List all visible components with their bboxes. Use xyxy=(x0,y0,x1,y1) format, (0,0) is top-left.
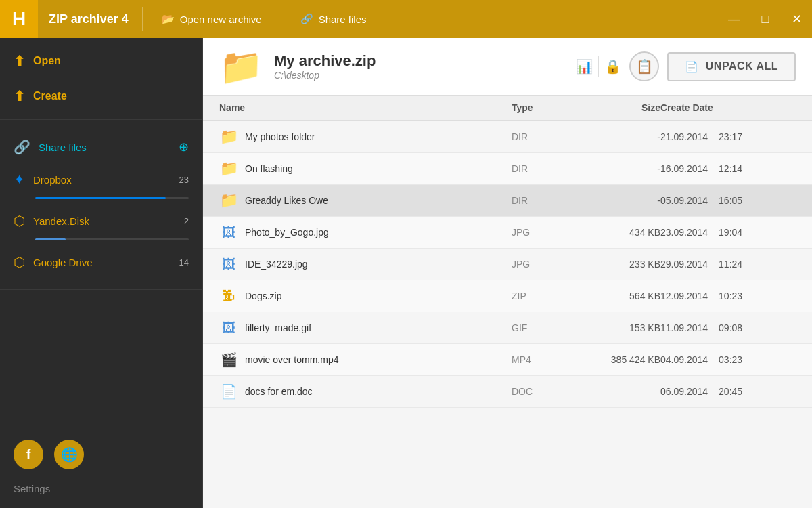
file-name-cell: 🎬 movie over tomm.mp4 xyxy=(219,351,512,368)
share-files-label: Share files xyxy=(319,14,367,25)
file-date-value: 23.09.2014 xyxy=(660,227,708,238)
table-row[interactable]: 🖼 IDE_34229.jpg JPG 233 KB 29.09.2014 11… xyxy=(203,249,812,280)
file-date: 29.09.2014 11:24 xyxy=(660,259,796,270)
title-divider xyxy=(142,7,143,31)
file-name-cell: 🖼 fillerty_made.gif xyxy=(219,319,512,337)
file-date-value: 29.09.2014 xyxy=(660,259,708,270)
unpack-all-button[interactable]: 📄 UNPACK ALL xyxy=(667,52,796,81)
app-name: ZIP archiver 4 xyxy=(38,12,139,26)
sidebar-item-open[interactable]: ⬆ Open xyxy=(0,43,202,79)
file-name-cell: 📁 My photos folder xyxy=(219,128,512,146)
file-name-cell: 🖼 Photo_by_Gogo.jpg xyxy=(219,224,512,241)
table-row[interactable]: 🗜 Dogs.zip ZIP 564 KB 12.09.2014 10:23 xyxy=(203,280,812,312)
file-date-value: 11.09.2014 xyxy=(660,322,708,333)
website-button[interactable]: 🌐 xyxy=(54,440,84,469)
file-time-value: 23:17 xyxy=(719,131,742,142)
content-area: 📁 My archive.zip C:\desktop 📊 🔒 📋 📄 UNPA… xyxy=(203,38,812,508)
google-drive-icon: ⬡ xyxy=(14,254,25,270)
archive-name: My archive.zip xyxy=(274,52,565,70)
copy-button[interactable]: 📋 xyxy=(629,51,659,81)
file-type: DIR xyxy=(512,131,579,142)
table-row[interactable]: 🖼 Photo_by_Gogo.jpg JPG 434 KB 23.09.201… xyxy=(203,217,812,249)
file-date-value: 16.09.2014 xyxy=(660,163,708,174)
unpack-label: UNPACK ALL xyxy=(706,60,778,72)
open-new-archive-button[interactable]: 📂 Open new archive xyxy=(145,0,278,38)
file-name: Photo_by_Gogo.jpg xyxy=(245,227,329,238)
app-logo: H xyxy=(0,0,38,38)
table-row[interactable]: 📁 My photos folder DIR - 21.09.2014 23:1… xyxy=(203,121,812,153)
dropbox-progress-bar xyxy=(35,197,166,199)
file-time-value: 11:24 xyxy=(719,259,742,270)
yandex-progress-container xyxy=(35,238,189,240)
facebook-button[interactable]: f xyxy=(14,440,43,469)
file-size: 385 424 KB xyxy=(579,354,660,365)
close-button[interactable]: ✕ xyxy=(781,0,812,38)
sidebar-item-create[interactable]: ⬆ Create xyxy=(0,79,202,114)
settings-item[interactable]: Settings xyxy=(0,483,202,508)
dropbox-progress-container xyxy=(35,197,189,199)
column-type: Type xyxy=(512,102,579,113)
folder-open-icon: 📂 xyxy=(162,13,175,25)
file-date: 11.09.2014 09:08 xyxy=(660,322,796,333)
file-name: IDE_34229.jpg xyxy=(245,259,308,270)
table-row[interactable]: 🖼 fillerty_made.gif GIF 153 KB 11.09.201… xyxy=(203,312,812,344)
file-size: 153 KB xyxy=(579,322,660,333)
create-label: Create xyxy=(33,90,67,102)
file-size: - xyxy=(579,195,660,206)
file-name: movie over tomm.mp4 xyxy=(245,354,338,365)
yandex-label: Yandex.Disk xyxy=(33,215,89,227)
file-size: 564 KB xyxy=(579,291,660,301)
file-type: GIF xyxy=(512,322,579,333)
share-files-button[interactable]: 🔗 Share files xyxy=(284,0,383,38)
table-row[interactable]: 📁 Greaddy Likes Owe DIR - 05.09.2014 16:… xyxy=(203,185,812,217)
file-type: DOC xyxy=(512,386,579,397)
table-row[interactable]: 📁 On flashing DIR - 16.09.2014 12:14 xyxy=(203,153,812,185)
file-time-value: 20:45 xyxy=(719,386,742,397)
maximize-button[interactable]: □ xyxy=(750,0,781,38)
file-date: 12.09.2014 10:23 xyxy=(660,291,796,301)
sidebar-item-yandex[interactable]: ⬡ Yandex.Disk 2 xyxy=(0,205,202,237)
table-row[interactable]: 🎬 movie over tomm.mp4 MP4 385 424 KB 04.… xyxy=(203,344,812,376)
file-type-icon: 📁 xyxy=(219,128,238,146)
sidebar-cloud-section: 🔗 Share files ⊕ ✦ Dropbox 23 ⬡ Yandex.Di… xyxy=(0,120,202,290)
file-type-icon: 📁 xyxy=(219,192,238,209)
file-date-value: 04.09.2014 xyxy=(660,354,708,365)
dropbox-label: Dropbox xyxy=(33,174,72,186)
share-icon: 🔗 xyxy=(300,13,313,25)
archive-stats: 📊 🔒 xyxy=(576,56,621,77)
sidebar-footer: f 🌐 xyxy=(0,426,202,483)
yandex-badge: 2 xyxy=(184,216,189,226)
file-list-header: Name Type Size Create Date xyxy=(203,96,812,121)
minimize-button[interactable]: — xyxy=(719,0,750,38)
sidebar-item-dropbox[interactable]: ✦ Dropbox 23 xyxy=(0,163,202,196)
file-type-icon: 📁 xyxy=(219,160,238,177)
file-size: 434 KB xyxy=(579,227,660,238)
file-size: - xyxy=(579,163,660,174)
file-date: 05.09.2014 16:05 xyxy=(660,195,796,206)
sidebar-item-google-drive[interactable]: ⬡ Google Drive 14 xyxy=(0,246,202,278)
lock-icon: 🔒 xyxy=(604,58,621,75)
stats-divider xyxy=(598,56,599,77)
share-link-icon: 🔗 xyxy=(14,139,30,155)
archive-path: C:\desktop xyxy=(274,70,565,81)
table-row[interactable]: 📄 docs for em.doc DOC 06.09.2014 20:45 xyxy=(203,376,812,408)
google-drive-badge: 14 xyxy=(179,257,189,268)
facebook-icon: f xyxy=(26,447,31,463)
open-archive-label: Open new archive xyxy=(180,14,262,25)
sidebar-item-share-files[interactable]: 🔗 Share files ⊕ xyxy=(0,131,202,163)
file-name: Greaddy Likes Owe xyxy=(245,195,328,206)
title-divider-2 xyxy=(281,7,281,31)
file-type-icon: 🗜 xyxy=(219,287,238,305)
unpack-icon: 📄 xyxy=(685,60,699,73)
file-size: - xyxy=(579,131,660,142)
column-date: Create Date xyxy=(660,102,796,113)
file-name-cell: 📁 On flashing xyxy=(219,160,512,177)
google-drive-label: Google Drive xyxy=(33,257,93,268)
sidebar-nav: ⬆ Open ⬆ Create xyxy=(0,38,202,120)
file-time-value: 12:14 xyxy=(719,163,742,174)
file-date-value: 06.09.2014 xyxy=(660,386,708,397)
globe-icon: 🌐 xyxy=(61,446,78,463)
file-date: 04.09.2014 03:23 xyxy=(660,354,796,365)
file-date-value: 21.09.2014 xyxy=(660,131,708,142)
dropbox-icon: ✦ xyxy=(14,171,25,188)
